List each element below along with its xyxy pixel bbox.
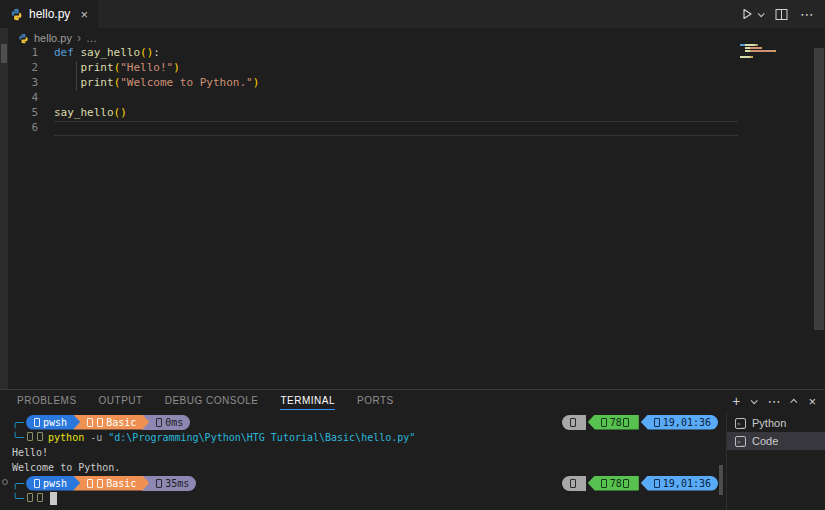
segment-label: 78 bbox=[610, 417, 622, 428]
minimap[interactable] bbox=[740, 44, 800, 62]
prompt-segment bbox=[562, 415, 586, 430]
panel-tabs: PROBLEMSOUTPUTDEBUG CONSOLETERMINALPORTS bbox=[17, 392, 394, 410]
editor-actions: ⋯ bbox=[740, 0, 815, 28]
code-token: print bbox=[81, 76, 114, 89]
more-actions-icon[interactable]: ⋯ bbox=[800, 6, 815, 22]
missing-glyph-icon bbox=[87, 418, 93, 427]
panel-tab-ports[interactable]: PORTS bbox=[357, 392, 394, 410]
chevron-down-icon[interactable] bbox=[758, 10, 765, 17]
line-number: 3 bbox=[8, 76, 38, 91]
minimap-token bbox=[750, 56, 752, 58]
line-text: print("Welcome to Python.") bbox=[54, 76, 738, 91]
missing-glyph-icon bbox=[156, 418, 162, 427]
segment-label: 0ms bbox=[165, 417, 183, 428]
terminal-output-row[interactable]: Hello! bbox=[0, 445, 726, 460]
code-line[interactable]: 2 print("Hello!") bbox=[8, 61, 738, 76]
breadcrumb[interactable]: hello.py › … bbox=[18, 30, 97, 46]
code-line[interactable]: 4 bbox=[8, 91, 738, 106]
command-token: -u bbox=[90, 432, 102, 443]
prompt-connector: ╭─ bbox=[12, 417, 24, 428]
panel-tab-debug-console[interactable]: DEBUG CONSOLE bbox=[165, 392, 259, 410]
minimap-line bbox=[740, 47, 800, 49]
terminal-cursor-row[interactable]: ╰─ bbox=[0, 491, 726, 506]
panel-more-actions-icon[interactable]: ⋯ bbox=[767, 394, 781, 409]
minimap-token bbox=[751, 50, 774, 52]
prompt-segment-group: pwshBasic35ms bbox=[26, 476, 196, 491]
left-scrollbar-thumb[interactable] bbox=[1, 44, 7, 63]
missing-glyph-icon bbox=[601, 418, 607, 427]
terminal-icon: >_ bbox=[735, 436, 746, 447]
minimap-token bbox=[751, 47, 760, 49]
segment-label: Basic bbox=[106, 478, 136, 489]
code-line[interactable]: 3 print("Welcome to Python.") bbox=[8, 76, 738, 91]
maximize-panel-icon[interactable] bbox=[791, 398, 798, 405]
missing-glyph-icon bbox=[97, 479, 103, 488]
minimap-token bbox=[745, 44, 755, 46]
close-icon[interactable]: × bbox=[80, 8, 88, 21]
code-line[interactable]: 5say_hello() bbox=[8, 106, 738, 121]
line-text: print("Hello!") bbox=[54, 61, 738, 76]
minimap-line bbox=[740, 59, 800, 61]
segment-label: 78 bbox=[610, 478, 622, 489]
minimap-token bbox=[761, 47, 762, 49]
command-token: python bbox=[48, 432, 84, 443]
close-panel-icon[interactable]: × bbox=[808, 395, 816, 408]
missing-glyph-icon bbox=[37, 493, 43, 502]
code-editor[interactable]: 1def say_hello():2 print("Hello!")3 prin… bbox=[8, 46, 738, 136]
terminal-viewport[interactable]: ╭─pwshBasic0ms7819,01:36╰─python -u "d:\… bbox=[0, 414, 726, 506]
code-token: def bbox=[54, 46, 81, 59]
editor-scrollbar-thumb[interactable] bbox=[814, 48, 824, 330]
missing-glyph-icon bbox=[27, 432, 33, 441]
prompt-glyphs bbox=[26, 432, 46, 443]
terminal-list-item-python[interactable]: >_Python bbox=[727, 414, 825, 432]
terminal-prompt-row[interactable]: ╭─pwshBasic0ms7819,01:36 bbox=[0, 414, 726, 430]
panel-header: PROBLEMSOUTPUTDEBUG CONSOLETERMINALPORTS… bbox=[0, 390, 825, 412]
missing-glyph-icon bbox=[623, 479, 629, 488]
code-token: ) bbox=[173, 61, 180, 74]
terminal-command-row[interactable]: ╰─python -u "d:\Programming\Python\HTG T… bbox=[0, 430, 726, 445]
code-token: : bbox=[153, 46, 160, 59]
terminal-scrollbar-thumb[interactable] bbox=[719, 465, 723, 495]
left-scrollbar[interactable] bbox=[0, 28, 8, 389]
line-number: 5 bbox=[8, 106, 38, 121]
line-text bbox=[54, 121, 738, 136]
breadcrumb-symbol-ellipsis[interactable]: … bbox=[86, 32, 97, 44]
editor-area[interactable]: hello.py › … 1def say_hello():2 print("H… bbox=[0, 28, 825, 389]
prompt-segment-group: pwshBasic0ms bbox=[26, 415, 190, 430]
breadcrumb-file[interactable]: hello.py bbox=[34, 32, 72, 44]
panel-actions: + ⋯ × bbox=[732, 390, 816, 412]
command-decoration-icon[interactable] bbox=[2, 479, 8, 485]
missing-glyph-icon bbox=[34, 479, 40, 488]
prompt-segment bbox=[562, 476, 586, 491]
editor-tab-bar: hello.py × ⋯ bbox=[0, 0, 825, 28]
terminal-prompt-row[interactable]: ╭─pwshBasic35ms7819,01:36 bbox=[0, 475, 726, 491]
minimap-token bbox=[740, 56, 750, 58]
new-terminal-button[interactable]: + bbox=[732, 394, 740, 408]
segment-label: 35ms bbox=[165, 478, 189, 489]
play-icon bbox=[740, 7, 754, 21]
prompt-glyphs bbox=[26, 493, 46, 504]
code-line[interactable]: 1def say_hello(): bbox=[8, 46, 738, 61]
code-token: () bbox=[140, 46, 153, 59]
split-editor-button[interactable] bbox=[775, 8, 788, 21]
panel-tab-problems[interactable]: PROBLEMS bbox=[17, 392, 77, 410]
tab-hello-py[interactable]: hello.py × bbox=[0, 0, 98, 28]
minimap-line bbox=[740, 44, 800, 46]
panel-tab-output[interactable]: OUTPUT bbox=[99, 392, 143, 410]
prompt-segment-pwsh: pwsh bbox=[26, 476, 80, 491]
missing-glyph-icon bbox=[570, 479, 576, 488]
terminal-list-label: Python bbox=[752, 417, 786, 429]
missing-glyph-icon bbox=[654, 479, 660, 488]
terminal-output-row[interactable]: Welcome to Python. bbox=[0, 460, 726, 475]
line-number: 2 bbox=[8, 61, 38, 76]
prompt-connector: ╭─ bbox=[12, 478, 24, 489]
terminal-cursor bbox=[50, 492, 57, 505]
line-text bbox=[54, 91, 738, 106]
missing-glyph-icon bbox=[601, 479, 607, 488]
prompt-segment-pwsh: pwsh bbox=[26, 415, 80, 430]
code-line[interactable]: 6 bbox=[8, 121, 738, 136]
terminal-list-item-code[interactable]: >_Code bbox=[727, 432, 825, 450]
run-button[interactable] bbox=[740, 7, 763, 21]
terminal-dropdown-icon[interactable] bbox=[751, 397, 758, 404]
panel-tab-terminal[interactable]: TERMINAL bbox=[280, 392, 335, 410]
